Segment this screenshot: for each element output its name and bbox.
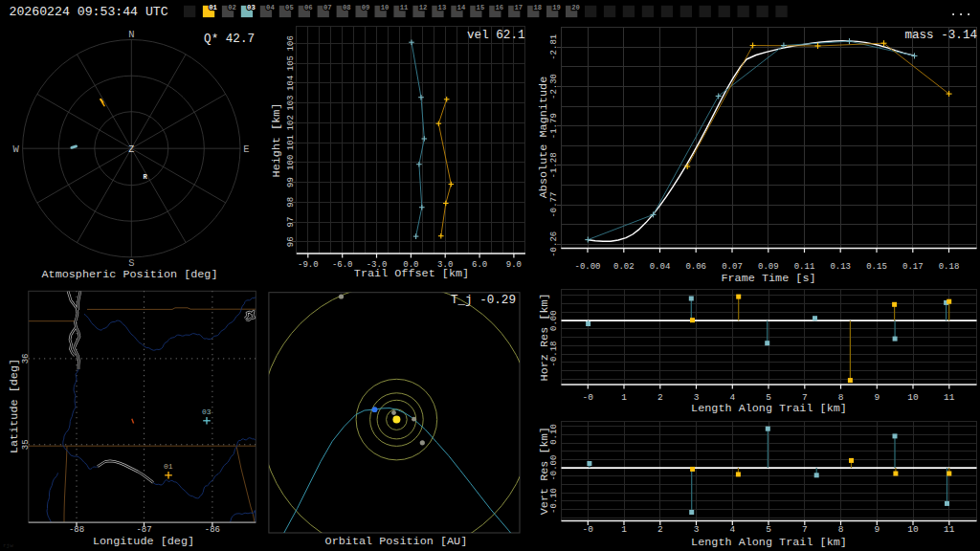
svg-text:35: 35: [21, 439, 31, 450]
svg-text:03: 03: [202, 408, 212, 416]
svg-text:7: 7: [802, 392, 808, 403]
svg-text:12: 12: [419, 4, 428, 11]
svg-text:10: 10: [381, 4, 390, 11]
svg-text:9: 9: [874, 524, 880, 535]
svg-text:19: 19: [552, 4, 561, 11]
svg-text:3: 3: [694, 392, 700, 403]
svg-text:96: 96: [286, 236, 296, 247]
svg-text:-86: -86: [205, 525, 220, 535]
svg-text:01: 01: [164, 462, 173, 471]
svg-text:5: 5: [766, 524, 771, 535]
svg-text:97: 97: [286, 217, 296, 228]
svg-text:103: 103: [286, 95, 296, 110]
svg-text:1: 1: [621, 524, 627, 535]
svg-text:102: 102: [286, 115, 296, 130]
svg-text:05: 05: [285, 4, 294, 11]
svg-text:0.04: 0.04: [650, 262, 671, 272]
svg-text:06: 06: [304, 4, 313, 11]
svg-text:Absolute Magnitude: Absolute Magnitude: [537, 77, 550, 198]
svg-text:0.11: 0.11: [794, 262, 815, 272]
svg-text:Frame Time [s]: Frame Time [s]: [721, 272, 815, 285]
svg-text:0.13: 0.13: [830, 262, 851, 272]
svg-text:8: 8: [838, 392, 844, 403]
svg-text:2: 2: [657, 524, 663, 535]
svg-text:-2.30: -2.30: [549, 74, 559, 99]
svg-text:15: 15: [477, 4, 485, 11]
svg-text:98: 98: [286, 197, 296, 208]
svg-text:-6.0: -6.0: [332, 260, 353, 270]
svg-text:09: 09: [362, 4, 370, 11]
svg-text:17: 17: [514, 4, 523, 11]
svg-text:E: E: [243, 143, 249, 155]
svg-text:Q* 42.7: Q* 42.7: [204, 33, 255, 46]
svg-text:105: 105: [286, 55, 296, 71]
svg-text:Vert Res [km]: Vert Res [km]: [538, 427, 551, 515]
svg-text:14: 14: [457, 4, 466, 11]
svg-text:7: 7: [802, 524, 808, 535]
svg-text:-88: -88: [69, 525, 84, 535]
svg-text:10: 10: [907, 392, 919, 403]
svg-text:16: 16: [495, 4, 503, 11]
svg-text:-1.79: -1.79: [549, 113, 559, 139]
svg-text:8: 8: [838, 524, 844, 535]
svg-text:08: 08: [343, 4, 351, 11]
svg-text:07: 07: [323, 4, 332, 11]
svg-text:106: 106: [286, 35, 296, 51]
svg-text:Trail Offset [km]: Trail Offset [km]: [354, 267, 469, 280]
svg-text:0.09: 0.09: [758, 262, 779, 272]
svg-text:-0.26: -0.26: [549, 231, 559, 257]
svg-text:Length Along Trail [km]: Length Along Trail [km]: [691, 402, 847, 415]
svg-text:N: N: [128, 29, 134, 40]
svg-text:13: 13: [438, 4, 447, 11]
svg-text:vel 62.1: vel 62.1: [467, 29, 524, 42]
svg-text:20260224 09:53:44 UTC: 20260224 09:53:44 UTC: [10, 5, 168, 19]
svg-text:1: 1: [621, 392, 627, 403]
svg-text:0.06: 0.06: [685, 262, 706, 272]
svg-text:36: 36: [21, 353, 31, 364]
svg-text:Latitude [deg]: Latitude [deg]: [8, 359, 21, 453]
svg-text:-9.0: -9.0: [298, 260, 319, 270]
svg-text:Atmospheric Position [deg]: Atmospheric Position [deg]: [41, 268, 217, 281]
svg-text:11: 11: [944, 524, 955, 535]
svg-text:0.15: 0.15: [866, 262, 887, 272]
svg-text:20: 20: [571, 4, 580, 11]
svg-text:104: 104: [286, 76, 296, 91]
svg-text:02: 02: [228, 4, 236, 11]
svg-text:0.02: 0.02: [613, 262, 635, 272]
svg-text:-2.81: -2.81: [549, 34, 559, 60]
svg-text:03: 03: [247, 4, 256, 11]
svg-text:Length Along Trail [km]: Length Along Trail [km]: [691, 536, 847, 549]
svg-text:3: 3: [694, 524, 700, 535]
svg-text:-87: -87: [136, 525, 151, 535]
svg-text:6.0: 6.0: [472, 260, 487, 270]
svg-text:-1.28: -1.28: [549, 152, 559, 178]
svg-text:5: 5: [766, 392, 771, 403]
svg-text:-0.77: -0.77: [549, 192, 559, 218]
svg-text:Height [km]: Height [km]: [270, 103, 283, 178]
svg-text:99: 99: [286, 177, 296, 187]
svg-text:Horz Res [km]: Horz Res [km]: [538, 293, 551, 381]
svg-text:T_j -0.29: T_j -0.29: [451, 294, 516, 307]
svg-text:-0: -0: [583, 392, 594, 403]
svg-text:9: 9: [874, 392, 880, 403]
svg-text:4: 4: [729, 392, 735, 403]
svg-text:2: 2: [657, 392, 663, 403]
svg-text:4: 4: [729, 524, 735, 535]
svg-text:0.17: 0.17: [902, 262, 924, 272]
svg-text:10: 10: [907, 524, 919, 535]
svg-text:18: 18: [533, 4, 542, 11]
svg-text:W: W: [12, 143, 19, 155]
svg-text:0.07: 0.07: [722, 262, 743, 272]
svg-text:mass -3.14: mass -3.14: [904, 29, 977, 42]
svg-text:rjw: rjw: [3, 542, 13, 549]
svg-text:04: 04: [266, 4, 275, 11]
svg-text:11: 11: [400, 4, 409, 11]
svg-text:Longitude [deg]: Longitude [deg]: [93, 535, 194, 548]
svg-text:11: 11: [944, 392, 955, 403]
svg-text:01: 01: [209, 4, 217, 11]
svg-text:Z: Z: [128, 144, 134, 155]
svg-text:Orbital Position [AU]: Orbital Position [AU]: [325, 535, 468, 548]
svg-text:0.18: 0.18: [939, 262, 960, 272]
svg-text:100: 100: [286, 155, 296, 170]
svg-text:-0.00: -0.00: [574, 262, 600, 272]
